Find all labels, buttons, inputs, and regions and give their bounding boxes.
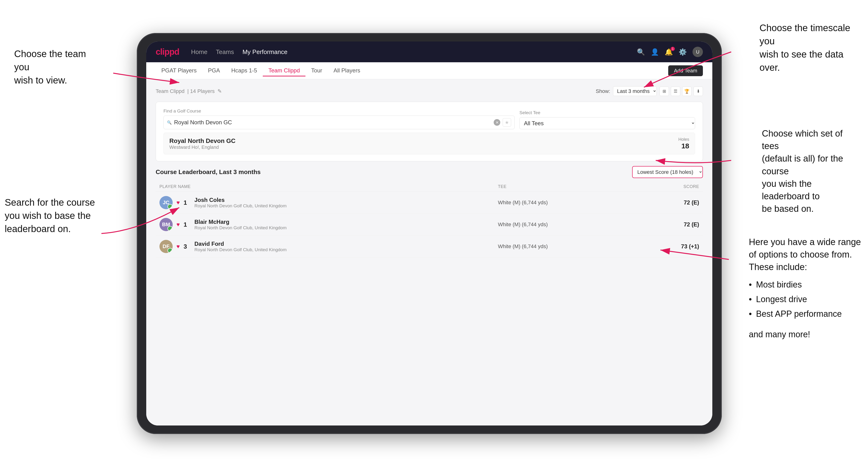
grid-view-button[interactable]: ⊞ — [659, 87, 669, 96]
player-cell-1: JC ♥ 1 Josh Coles Royal North Devon Golf… — [156, 192, 494, 214]
tee-cell-3: White (M) (6,744 yds) — [494, 236, 639, 257]
bullet-item-1: Longest drive — [749, 292, 861, 307]
heart-icon-1[interactable]: ♥ — [177, 199, 180, 206]
main-content: Team Clippd | 14 Players ✎ Show: Last 3 … — [146, 79, 712, 426]
rank-2: 1 — [184, 221, 191, 228]
view-icons: ⊞ ☰ 🏆 ⬇ — [659, 87, 703, 96]
player-avatar-3: DF — [159, 240, 173, 253]
annotation-top-left: Choose the team you wish to view. — [14, 47, 99, 87]
bullet-item-2: Best APP performance — [749, 307, 861, 321]
leaderboard-header: Course Leaderboard, Last 3 months Lowest… — [156, 166, 703, 178]
player-name-2: Blair McHarg — [194, 219, 286, 225]
score-cell-1: 72 (E) — [639, 192, 703, 214]
search-icon[interactable]: 🔍 — [637, 48, 645, 56]
show-filter: Show: Last 3 months ⊞ ☰ 🏆 ⬇ — [596, 86, 703, 96]
tab-hcaps[interactable]: Hcaps 1-5 — [226, 65, 263, 76]
time-filter-select[interactable]: Last 3 months — [613, 86, 657, 96]
search-row: Find a Golf Course 🔍 ✕ ★ Select Tee All … — [163, 108, 695, 129]
annotation-bottom-left: Search for the course you wish to base t… — [5, 196, 95, 236]
people-icon[interactable]: 👤 — [651, 48, 659, 56]
leaderboard-title: Course Leaderboard, Last 3 months — [156, 168, 261, 176]
bullet-list: Most birdies Longest drive Best APP perf… — [749, 277, 861, 321]
tab-pgat-players[interactable]: PGAT Players — [156, 65, 203, 76]
avatar[interactable]: U — [692, 47, 703, 57]
nav-link-teams[interactable]: Teams — [216, 49, 234, 56]
tee-cell-1: White (M) (6,744 yds) — [494, 192, 639, 214]
leaderboard-section: Course Leaderboard, Last 3 months Lowest… — [156, 166, 703, 257]
tablet-frame: clippd Home Teams My Performance 🔍 👤 🔔 1… — [137, 33, 722, 434]
search-magnifier-icon: 🔍 — [167, 120, 172, 125]
sub-nav: PGAT Players PGA Hcaps 1-5 Team Clippd T… — [146, 62, 712, 79]
player-club-2: Royal North Devon Golf Club, United King… — [194, 225, 286, 230]
tab-all-players[interactable]: All Players — [328, 65, 366, 76]
show-label: Show: — [596, 88, 610, 94]
table-row: BM ♥ 1 Blair McHarg Royal North Devon Go… — [156, 214, 703, 236]
annotation-middle-right: Choose which set of tees (default is all… — [762, 127, 861, 215]
leaderboard-table: PLAYER NAME TEE SCORE JC ♥ — [156, 182, 703, 257]
player-name-3: David Ford — [194, 241, 286, 247]
col-tee: TEE — [494, 182, 639, 192]
holes-number: 18 — [678, 142, 689, 150]
nav-link-home[interactable]: Home — [191, 49, 207, 56]
score-cell-3: 73 (+1) — [639, 236, 703, 257]
nav-link-myperformance[interactable]: My Performance — [243, 49, 287, 56]
annotation-top-right: Choose the timescale you wish to see the… — [760, 21, 859, 74]
heart-icon-2[interactable]: ♥ — [177, 221, 180, 228]
table-head: PLAYER NAME TEE SCORE — [156, 182, 703, 192]
tee-select[interactable]: All Tees — [519, 117, 695, 129]
course-location: Westward Ho!, England — [169, 145, 236, 150]
clear-button[interactable]: ✕ — [494, 119, 500, 126]
player-club-3: Royal North Devon Golf Club, United King… — [194, 247, 286, 252]
table-row: DF ♥ 3 David Ford Royal North Devon Golf… — [156, 236, 703, 257]
nav-icons: 🔍 👤 🔔 1 ⚙️ U — [637, 47, 703, 57]
holes-label: Holes — [678, 137, 689, 142]
select-tee-label: Select Tee — [519, 110, 695, 115]
col-score: SCORE — [639, 182, 703, 192]
tab-team-clippd[interactable]: Team Clippd — [263, 65, 305, 76]
tee-cell-2: White (M) (6,744 yds) — [494, 214, 639, 236]
course-info: Royal North Devon GC Westward Ho!, Engla… — [169, 137, 236, 150]
tee-select-group: Select Tee All Tees — [519, 110, 695, 129]
annotation-bottom-right: Here you have a wide range of options to… — [749, 236, 861, 340]
trophy-icon[interactable]: 🏆 — [682, 87, 691, 96]
notification-icon[interactable]: 🔔 1 — [665, 48, 673, 56]
col-player: PLAYER NAME — [156, 182, 494, 192]
player-count: | 14 Players — [187, 88, 215, 94]
course-result: Royal North Devon GC Westward Ho!, Engla… — [163, 132, 695, 154]
rank-3: 3 — [184, 243, 191, 250]
player-cell-2: BM ♥ 1 Blair McHarg Royal North Devon Go… — [156, 214, 494, 236]
nav-logo: clippd — [156, 47, 179, 57]
team-header: Team Clippd | 14 Players ✎ Show: Last 3 … — [156, 86, 703, 96]
course-search-group: Find a Golf Course 🔍 ✕ ★ — [163, 108, 515, 129]
search-card: Find a Golf Course 🔍 ✕ ★ Select Tee All … — [156, 102, 703, 161]
tab-tour[interactable]: Tour — [305, 65, 328, 76]
player-name-1: Josh Coles — [194, 197, 286, 203]
bullet-item-0: Most birdies — [749, 277, 861, 292]
player-club-1: Royal North Devon Golf Club, United King… — [194, 203, 286, 209]
course-search-input[interactable] — [174, 119, 491, 126]
add-team-button[interactable]: Add Team — [668, 65, 703, 76]
score-type-select[interactable]: Lowest Score (18 holes) — [632, 166, 703, 178]
nav-links: Home Teams My Performance — [191, 49, 637, 56]
player-cell-3: DF ♥ 3 David Ford Royal North Devon Golf… — [156, 236, 494, 257]
player-avatar-1: JC — [159, 196, 173, 209]
heart-icon-3[interactable]: ♥ — [177, 243, 180, 250]
course-name: Royal North Devon GC — [169, 137, 236, 145]
tab-pga[interactable]: PGA — [203, 65, 226, 76]
favorite-button[interactable]: ★ — [503, 118, 511, 127]
leaderboard-tbody: JC ♥ 1 Josh Coles Royal North Devon Golf… — [156, 192, 703, 257]
list-view-button[interactable]: ☰ — [671, 87, 680, 96]
score-cell-2: 72 (E) — [639, 214, 703, 236]
course-search-input-wrap: 🔍 ✕ ★ — [163, 116, 515, 129]
settings-icon[interactable]: ⚙️ — [679, 48, 687, 56]
download-icon[interactable]: ⬇ — [693, 87, 703, 96]
holes-box: Holes 18 — [678, 137, 689, 150]
and-more: and many more! — [749, 329, 861, 340]
team-name: Team Clippd — [156, 88, 184, 94]
rank-1: 1 — [184, 199, 191, 206]
team-title: Team Clippd | 14 Players ✎ — [156, 88, 222, 94]
find-course-label: Find a Golf Course — [163, 108, 515, 114]
tablet-screen: clippd Home Teams My Performance 🔍 👤 🔔 1… — [146, 41, 712, 426]
edit-icon[interactable]: ✎ — [217, 88, 222, 94]
table-row: JC ♥ 1 Josh Coles Royal North Devon Golf… — [156, 192, 703, 214]
